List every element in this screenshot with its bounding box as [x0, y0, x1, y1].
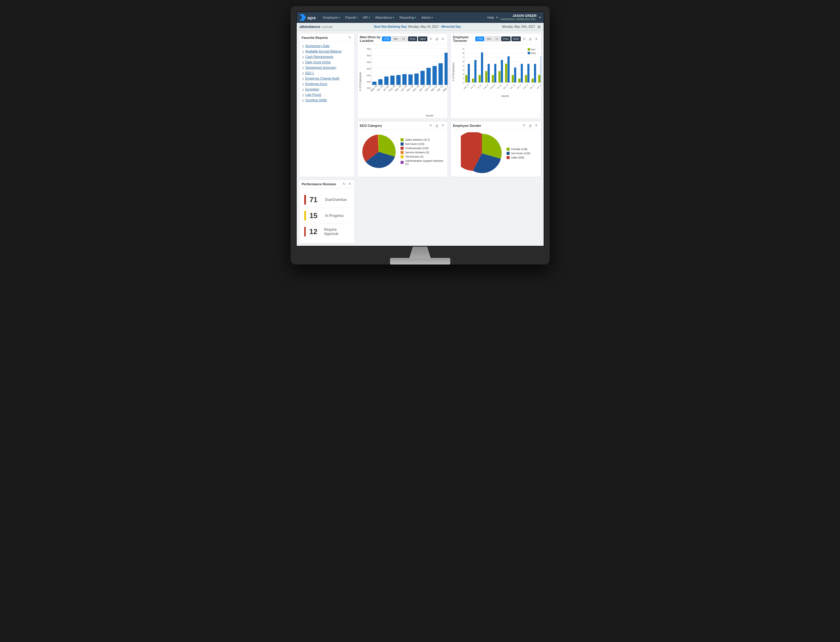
1y-button[interactable]: 1Y [493, 36, 500, 41]
new-hires-icons: ↻ 🖨 ✕ [429, 37, 445, 41]
svg-rect-85 [528, 48, 530, 50]
performance-reviews-body: 71 Due/Overdue 15 In Progress 12 Require… [299, 188, 354, 243]
favorite-reports-icons: ↻ [348, 35, 352, 40]
legend-color-dot [401, 151, 404, 154]
close-icon[interactable]: ✕ [441, 123, 445, 128]
refresh-icon[interactable]: ↻ [429, 123, 433, 128]
new-hires-header: New Hires by Location YTD 6M 1Y Prev Nex… [358, 34, 448, 45]
perf-item-approval: 12 Require Approval [304, 224, 350, 240]
sidebar-item-late-punch[interactable]: > Late Punch [299, 92, 354, 97]
close-icon[interactable]: ✕ [348, 182, 352, 186]
eeo-legend-item: Technicians (2) [401, 154, 445, 159]
performance-reviews-header: Performance Reviews ↻ ✕ [299, 180, 354, 188]
svg-text:1: 1 [463, 81, 464, 84]
nav-reporting[interactable]: Reporting ▾ [397, 12, 419, 23]
nav-help[interactable]: Help [487, 16, 494, 19]
refresh-icon[interactable]: ↻ [342, 182, 346, 186]
print-icon[interactable]: 🖨 [434, 37, 439, 41]
close-icon[interactable]: ✕ [441, 37, 445, 41]
next-button[interactable]: Next [511, 36, 521, 41]
arrow-icon: > [303, 88, 304, 91]
sidebar-item-exception[interactable]: > Exception [299, 86, 354, 92]
gender-icons: ↻ 🖨 ✕ [522, 123, 539, 128]
nav-employee[interactable]: Employee ▾ [320, 12, 342, 23]
sidebar-item-daily-clock[interactable]: > Daily Clock In/Out [299, 59, 354, 65]
close-icon[interactable]: ✕ [534, 37, 539, 41]
perf-label-approval: Require Approval [324, 227, 350, 236]
sidebar-item-emp-error[interactable]: > Employee Error [299, 81, 354, 86]
sidebar-item-emp-change[interactable]: > Employee Change Audit [299, 76, 354, 81]
svg-text:Dec '16: Dec '16 [412, 84, 420, 92]
1y-button[interactable]: 1Y [400, 36, 407, 41]
sidebar-item-overtime[interactable]: > Overtime Shifts [299, 97, 354, 103]
sidebar-item-anniversary[interactable]: > Anniversary Date [299, 43, 354, 49]
ytd-button[interactable]: YTD [475, 36, 484, 41]
gender-chart-body: Female (139) Not Given (156) Male (338) [451, 130, 541, 177]
svg-rect-66 [488, 64, 490, 83]
close-icon[interactable]: ✕ [534, 123, 539, 128]
nav-right: Help ▾ JASON GREER UNIVERSAL WIRELESS IN… [487, 13, 541, 21]
svg-rect-60 [468, 64, 470, 83]
6m-button[interactable]: 6M [392, 36, 399, 41]
favorite-reports-header: Favorite Reports ↻ [299, 34, 354, 42]
print-icon[interactable]: 🖨 [528, 37, 533, 41]
nav-items: Employee ▾ Payroll ▾ HR ▾ Attendance ▾ R… [320, 12, 487, 23]
refresh-icon[interactable]: ↻ [522, 123, 526, 128]
svg-text:Apr '17: Apr '17 [536, 84, 541, 89]
svg-text:May '17: May '17 [442, 84, 448, 92]
svg-rect-22 [426, 68, 431, 85]
employee-turnover-title: Employee Turnover [453, 35, 475, 42]
next-button[interactable]: Next [418, 36, 427, 41]
print-icon[interactable]: 🖨 [434, 123, 439, 128]
sidebar-item-dept-summary[interactable]: > Department Summary [299, 65, 354, 70]
turnover-chart-inner: 9 8 7 6 5 4 3 2 1 [455, 46, 541, 97]
svg-text:Mar '17: Mar '17 [529, 84, 535, 89]
chevron-down-icon: ▾ [432, 16, 433, 19]
print-icon[interactable]: 🖨 [528, 123, 533, 128]
svg-rect-16 [390, 76, 395, 85]
legend-color-dot [507, 156, 510, 159]
sidebar-item-cash[interactable]: > Cash Requirements [299, 54, 354, 59]
refresh-icon[interactable]: ↻ [348, 35, 352, 40]
eeo-chart-body: Sales Workers (317) Not Given (233) Prof… [358, 130, 448, 174]
6m-button[interactable]: 6M [485, 36, 493, 41]
svg-text:May '16: May '16 [463, 84, 469, 89]
svg-rect-80 [534, 64, 536, 83]
nav-payroll[interactable]: Payroll ▾ [342, 12, 360, 23]
grid-icon[interactable]: ⊞ [537, 25, 541, 29]
svg-text:Oct '16: Oct '16 [497, 84, 502, 89]
nav-logo[interactable]: aps [300, 14, 316, 21]
sidebar-item-ee0[interactable]: > EE0 1 [299, 70, 354, 76]
turnover-svg: 9 8 7 6 5 4 3 2 1 [455, 46, 541, 94]
ytd-button[interactable]: YTD [382, 36, 391, 41]
new-hires-card: New Hires by Location YTD 6M 1Y Prev Nex… [357, 33, 448, 119]
nav-user[interactable]: JASON GREER UNIVERSAL WIRELESS INC. [500, 13, 536, 21]
svg-rect-68 [494, 64, 496, 83]
svg-text:7: 7 [463, 56, 464, 59]
employee-gender-card: Employee Gender ↻ 🖨 ✕ [450, 121, 541, 177]
prev-button[interactable]: Prev [501, 36, 510, 41]
refresh-icon[interactable]: ↻ [429, 37, 433, 41]
svg-rect-62 [474, 60, 476, 83]
nav-admin[interactable]: Admin ▾ [419, 12, 435, 23]
svg-text:Jun '16: Jun '16 [470, 84, 476, 89]
svg-rect-70 [501, 60, 503, 83]
gender-pie-chart [461, 132, 503, 174]
subbar-date: Monday, May 15th, 2017 [502, 25, 535, 28]
chevron-down-icon: ▾ [338, 16, 340, 19]
nav-attendance[interactable]: Attendance ▾ [372, 12, 397, 23]
svg-rect-21 [421, 71, 425, 85]
user-chevron-icon: ▾ [539, 16, 541, 19]
refresh-icon[interactable]: ↻ [522, 37, 526, 41]
svg-text:5: 5 [463, 65, 464, 67]
eeo-icons: ↻ 🖨 ✕ [429, 123, 445, 128]
sidebar-item-accrual[interactable]: > Available Accrual Balance [299, 49, 354, 54]
favorite-reports-card: Favorite Reports ↻ > Anniversary Date > … [299, 33, 355, 177]
perf-label-progress: In Progress [325, 214, 344, 218]
arrow-icon: > [303, 50, 304, 53]
perf-number-progress: 15 [310, 211, 322, 220]
prev-button[interactable]: Prev [408, 36, 418, 41]
perf-icons: ↻ ✕ [342, 182, 352, 186]
svg-text:Sep '16: Sep '16 [394, 84, 402, 92]
nav-hr[interactable]: HR ▾ [360, 12, 372, 23]
